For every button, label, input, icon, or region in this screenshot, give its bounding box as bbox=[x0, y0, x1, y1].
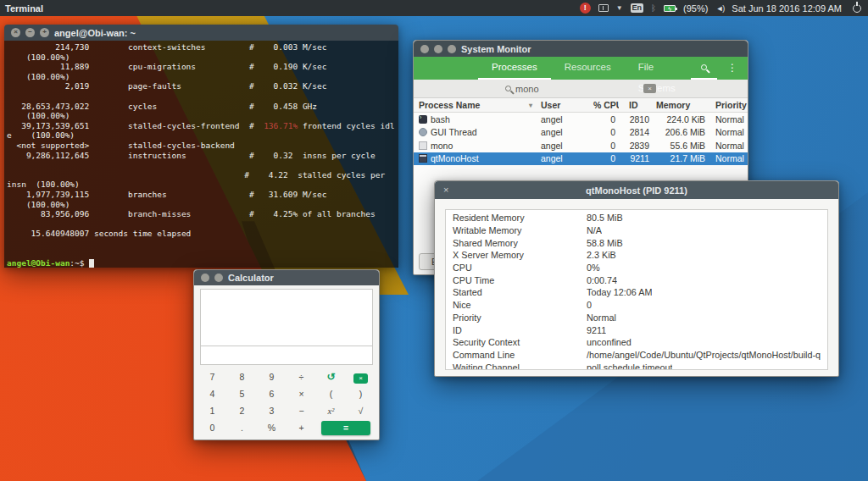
calc-key-sqrt[interactable]: √ bbox=[346, 403, 376, 419]
maximize-icon[interactable] bbox=[448, 45, 456, 53]
search-field-icon bbox=[505, 86, 511, 91]
property-row: Resident Memory80.5 MiB bbox=[446, 212, 827, 224]
calc-key-3[interactable]: 3 bbox=[257, 403, 287, 419]
calc-key-divide[interactable]: ÷ bbox=[287, 369, 316, 385]
header-bar: ProcessesResourcesFile Systems ⋮ bbox=[414, 57, 748, 80]
close-icon[interactable] bbox=[420, 45, 429, 53]
battery-percent: (95%) bbox=[683, 3, 708, 14]
column-header[interactable]: ID bbox=[619, 100, 653, 110]
power-menu-icon[interactable] bbox=[853, 4, 861, 13]
calc-key-subtract[interactable]: − bbox=[287, 403, 316, 419]
column-header[interactable]: User bbox=[537, 100, 590, 110]
calc-key-open-paren[interactable]: ( bbox=[316, 386, 346, 402]
table-header[interactable]: Process Name▾User% CPUIDMemoryPriority bbox=[414, 98, 748, 113]
search-value: mono bbox=[515, 84, 539, 94]
menu-button[interactable]: ⋮ bbox=[717, 57, 748, 80]
calc-key-4[interactable]: 4 bbox=[198, 386, 227, 402]
table-row[interactable]: qtMonoHostangel0921121.7 MiBNormal bbox=[414, 152, 748, 166]
search-input[interactable]: mono × bbox=[505, 84, 656, 94]
calc-key-5[interactable]: 5 bbox=[227, 386, 257, 402]
dialog-titlebar[interactable]: × qtMonoHost (PID 9211) bbox=[435, 181, 838, 199]
calc-key-equals[interactable]: = bbox=[321, 421, 370, 435]
table-row[interactable]: monoangel0283955.6 MiBNormal bbox=[414, 139, 748, 152]
window-icon bbox=[419, 154, 427, 163]
terminal-icon bbox=[419, 115, 427, 124]
calc-key-backspace[interactable]: × bbox=[346, 369, 376, 385]
dialog-title: qtMonoHost (PID 9211) bbox=[586, 185, 687, 196]
calc-key-percent[interactable]: % bbox=[257, 420, 287, 436]
tab-file-systems[interactable]: File Systems bbox=[625, 57, 691, 80]
battery-icon[interactable]: ϟ bbox=[664, 5, 676, 12]
tab-resources[interactable]: Resources bbox=[551, 57, 625, 80]
display-divider bbox=[201, 346, 372, 346]
property-row: Shared Memory58.8 MiB bbox=[446, 236, 827, 249]
table-row[interactable]: GUI Threadangel02814206.6 MiBNormal bbox=[414, 126, 748, 140]
calc-key-0[interactable]: 0 bbox=[198, 420, 227, 436]
property-row: X Server Memory2.3 KiB bbox=[446, 249, 827, 262]
property-row: ID9211 bbox=[446, 323, 827, 336]
clear-search-icon[interactable]: × bbox=[643, 84, 656, 93]
table-row[interactable]: bashangel02810224.0 KiBNormal bbox=[414, 113, 748, 126]
calc-key-1[interactable]: 1 bbox=[198, 403, 227, 419]
process-properties-list: Resident Memory80.5 MiBWritable MemoryN/… bbox=[445, 209, 828, 370]
kebab-menu-icon: ⋮ bbox=[727, 63, 737, 73]
calc-key-multiply[interactable]: × bbox=[287, 386, 316, 402]
property-row: Command Line/home/angel/Code/Ubuntu/QtPr… bbox=[446, 349, 827, 362]
column-header[interactable]: Memory bbox=[653, 100, 712, 110]
calc-key-square[interactable]: x² bbox=[316, 403, 346, 419]
terminal-output: 214,730 context-switches # 0.003 M/sec (… bbox=[7, 42, 396, 268]
bluetooth-icon[interactable]: ᛒ bbox=[651, 3, 656, 13]
calc-key-2[interactable]: 2 bbox=[227, 403, 257, 419]
header-actions: ⋮ bbox=[691, 57, 748, 80]
column-header[interactable]: Priority bbox=[712, 100, 748, 110]
calc-key-6[interactable]: 6 bbox=[257, 386, 287, 402]
calc-key-7[interactable]: 7 bbox=[198, 369, 227, 385]
property-row: CPU0% bbox=[446, 262, 827, 274]
property-row: Nice0 bbox=[446, 299, 827, 312]
calc-key-undo[interactable]: ↺ bbox=[316, 369, 346, 385]
calc-key-decimal[interactable]: . bbox=[227, 420, 257, 436]
calculator-title: Calculator bbox=[228, 273, 274, 283]
keyboard-layout-indicator[interactable]: En bbox=[631, 3, 644, 13]
calc-key-close-paren[interactable]: ) bbox=[346, 386, 376, 402]
close-icon[interactable] bbox=[201, 274, 209, 282]
calculator-titlebar[interactable]: Calculator bbox=[194, 270, 379, 285]
minimize-icon[interactable] bbox=[214, 274, 223, 282]
calc-key-9[interactable]: 9 bbox=[257, 369, 287, 385]
terminal-body[interactable]: 214,730 context-switches # 0.003 M/sec (… bbox=[4, 41, 398, 268]
search-toggle[interactable] bbox=[691, 57, 717, 80]
calculator-window: Calculator 789÷↺×456×()123−x²√0.%+= bbox=[193, 269, 380, 440]
warning-indicator-icon[interactable]: ! bbox=[580, 3, 591, 14]
tab-processes[interactable]: Processes bbox=[478, 57, 551, 80]
desktop: Terminal ! ▼ En ᛒ ϟ (95%) ◄) Sat Jun 18 … bbox=[0, 0, 868, 481]
minimize-icon[interactable]: − bbox=[25, 28, 35, 37]
calculator-display[interactable] bbox=[200, 289, 373, 365]
calc-key-8[interactable]: 8 bbox=[227, 369, 257, 385]
calculator-keypad: 789÷↺×456×()123−x²√0.%+= bbox=[198, 368, 376, 436]
search-row: mono × bbox=[414, 80, 748, 98]
property-row: CPU Time0:00.74 bbox=[446, 274, 827, 286]
calc-key-add[interactable]: + bbox=[287, 420, 316, 436]
close-icon[interactable]: × bbox=[11, 28, 20, 37]
workspace-icon[interactable] bbox=[598, 4, 609, 12]
property-row: Waiting Channelpoll schedule timeout bbox=[446, 361, 827, 370]
system-tray: ! ▼ En ᛒ ϟ (95%) ◄) Sat Jun 18 2016 12:0… bbox=[580, 3, 868, 14]
column-header[interactable]: Process Name▾ bbox=[414, 100, 537, 110]
volume-icon[interactable]: ◄) bbox=[715, 4, 724, 13]
panel-window-title: Terminal bbox=[5, 3, 43, 14]
top-panel: Terminal ! ▼ En ᛒ ϟ (95%) ◄) Sat Jun 18 … bbox=[0, 0, 868, 16]
process-table-body: bashangel02810224.0 KiBNormalGUI Threada… bbox=[414, 113, 748, 165]
chart-icon bbox=[419, 141, 427, 150]
network-menu-icon[interactable]: ▼ bbox=[616, 4, 623, 12]
search-icon bbox=[701, 64, 707, 70]
system-monitor-titlebar[interactable]: System Monitor bbox=[414, 41, 748, 57]
terminal-window: × − + angel@Obi-wan: ~ 214,730 context-s… bbox=[4, 25, 398, 268]
column-header[interactable]: % CPU bbox=[590, 100, 619, 110]
terminal-titlebar[interactable]: × − + angel@Obi-wan: ~ bbox=[4, 25, 398, 41]
clock[interactable]: Sat Jun 18 2016 12:09 AM bbox=[732, 3, 842, 14]
property-row: StartedToday 12:06 AM bbox=[446, 286, 827, 299]
close-icon[interactable]: × bbox=[443, 181, 448, 199]
maximize-icon[interactable]: + bbox=[40, 28, 49, 37]
minimize-icon[interactable] bbox=[434, 45, 442, 53]
terminal-title: angel@Obi-wan: ~ bbox=[54, 28, 136, 38]
